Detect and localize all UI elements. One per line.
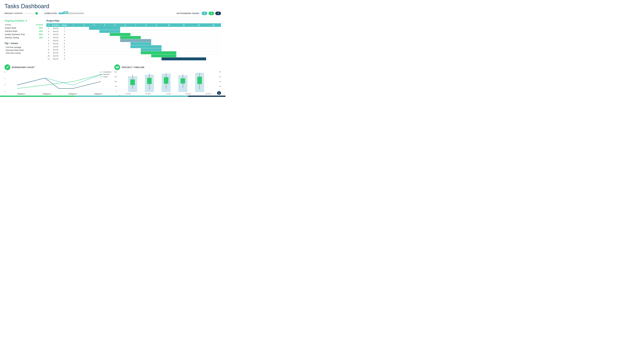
- x-label: Category 1: [17, 93, 26, 95]
- issues-title: Top 3 Issues: [4, 42, 43, 44]
- actual-legend-label: Actual: [104, 76, 108, 78]
- gantt-col-status: Status: [60, 23, 68, 27]
- issue-badge-6: 6: [208, 11, 214, 15]
- gantt-col-4: 4: [99, 23, 110, 27]
- outstanding-label: OUTSTANDING ISSUES: [177, 12, 199, 14]
- bottom-section: BURNDOWN CHART 6 4 2 0: [4, 64, 221, 97]
- activity-name: System Build: [5, 26, 33, 29]
- burndown-chart-area: 6 4 2 0: [4, 71, 111, 93]
- burndown-legend: Completed Planned Actual: [100, 71, 111, 78]
- svg-rect-11: [118, 66, 118, 68]
- table-row: System Build 23%: [5, 26, 43, 29]
- left-panel: Ongoing Activities: 5 Activity % done Sy…: [4, 19, 43, 63]
- svg-rect-29: [164, 77, 168, 84]
- actual-legend-line: [100, 77, 103, 77]
- gantt-col-10: 10: [162, 23, 176, 27]
- ongoing-count: 5: [26, 19, 27, 22]
- gantt-col-activities: Activities: [51, 23, 60, 27]
- timeline-header: PROJECT TIMELINE: [114, 64, 221, 70]
- svg-rect-27: [130, 79, 135, 85]
- timeline-y-left: 200 150 100 50 0: [114, 71, 118, 92]
- gantt-col-2: 2: [78, 23, 89, 27]
- gantt-col-5: 5: [110, 23, 120, 27]
- x-label: 7/1/2002: [166, 93, 171, 95]
- x-label: 5/1/2002: [126, 93, 131, 95]
- completed-section: COMPLETED 23%: [44, 12, 84, 14]
- gantt-col-3: 3: [89, 23, 99, 27]
- right-panel: Project Plan # Activities Status 1 2 3 4…: [46, 19, 221, 63]
- project-status-section: PROJECT STATUS: [4, 12, 38, 15]
- footer-green: [0, 96, 75, 97]
- completed-label: COMPLETED: [44, 12, 57, 14]
- gantt-col-13: 13: [206, 23, 221, 27]
- gantt-col-1: 1: [68, 23, 78, 27]
- outstanding-section: OUTSTANDING ISSUES 3 6 4: [177, 11, 221, 15]
- timeline-chart-area: 200 150 100 50 0: [114, 71, 221, 93]
- y-axis-labels: 6 4 2 0: [4, 71, 6, 92]
- list-item: Find test manager: [4, 46, 43, 49]
- col-pct: % done: [33, 24, 43, 26]
- planned-legend-label: Planned: [104, 73, 109, 75]
- table-row: Interface Build 32%: [5, 30, 43, 33]
- gantt-row: 4Act-234: [46, 36, 221, 39]
- x-label: 8/1/2002: [186, 93, 191, 95]
- footer-teal: [75, 96, 188, 97]
- x-label: Category 2: [43, 93, 51, 95]
- completed-legend-label: Completed: [104, 71, 111, 73]
- timeline-y-right: 80 60 40 20 0: [219, 71, 221, 92]
- issue-badge-4: 4: [215, 11, 221, 15]
- x-label: 6/1/2002: [146, 93, 151, 95]
- table-row: Quality Standards Prep 64%: [5, 33, 43, 36]
- dashboard-page: Tasks Dashboard PROJECT STATUS COMPLETED…: [0, 0, 226, 97]
- gantt-row: 10Act-349: [46, 54, 221, 57]
- svg-line-4: [8, 66, 8, 67]
- gantt-col-6: 6: [120, 23, 130, 27]
- burndown-x-labels: Category 1 Category 2 Category 3 Categor…: [8, 93, 111, 95]
- gantt-row: 6Act-255: [46, 42, 221, 45]
- timeline-svg-container: [118, 71, 218, 93]
- ongoing-title: Ongoing Activities: 5: [4, 19, 43, 22]
- burndown-title: BURNDOWN CHART: [12, 66, 35, 68]
- issue-badge-3: 3: [202, 11, 207, 15]
- progress-container: 23%: [58, 12, 84, 14]
- footer-dark: [188, 96, 226, 97]
- status-line: [24, 13, 34, 13]
- gantt-row: 7Act-255: [46, 45, 221, 48]
- svg-rect-30: [181, 78, 185, 83]
- gantt-col-11: 11: [176, 23, 191, 27]
- gantt-row: 11Act-349: [46, 57, 221, 60]
- gantt-table: # Activities Status 1 2 3 4 5 6 7 8 9 10…: [46, 23, 221, 60]
- activity-name: Quality Standards Prep: [5, 33, 33, 36]
- progress-track: 23%: [58, 12, 84, 14]
- timeline-x-labels: 5/1/2002 6/1/2002 7/1/2002 8/1/2002 9/1/…: [118, 93, 218, 95]
- timeline-icon: [114, 64, 120, 70]
- burndown-header: BURNDOWN CHART: [4, 64, 111, 70]
- svg-rect-10: [117, 67, 118, 68]
- gantt-row: 2Act-151: [46, 30, 221, 33]
- activity-pct: 32%: [33, 30, 43, 33]
- project-plan-title: Project Plan: [46, 19, 221, 22]
- burndown-svg-container: Completed Planned Actual: [6, 71, 111, 93]
- timeline-section: PROJECT TIMELINE 200 150 100 50 0: [114, 64, 221, 97]
- activity-pct: 64%: [33, 33, 43, 36]
- page-title: Tasks Dashboard: [4, 3, 221, 10]
- gantt-col-9: 9: [151, 23, 162, 27]
- gantt-row: 1Act-151: [46, 27, 221, 30]
- timeline-title: PROJECT TIMELINE: [122, 66, 144, 68]
- completed-legend-line: [100, 72, 103, 72]
- status-dot-green: [35, 12, 38, 15]
- list-item: Find more money: [4, 52, 43, 54]
- gantt-row: 9Act-259: [46, 51, 221, 54]
- gantt-col-7: 7: [130, 23, 141, 27]
- issues-count: 3: [9, 42, 10, 44]
- activity-name: Interface Testing: [5, 36, 33, 39]
- gantt-row: 8Act-255: [46, 48, 221, 51]
- issues-list: Find test manager Descope Risky Items Fi…: [4, 46, 43, 54]
- x-label: Category 4: [94, 93, 102, 95]
- gantt-col-num: #: [46, 23, 51, 27]
- progress-bubble: 23%: [63, 11, 68, 14]
- gantt-row: 5Act-234: [46, 39, 221, 42]
- planned-legend-line: [100, 74, 103, 75]
- gantt-col-8: 8: [141, 23, 151, 27]
- burndown-icon: [4, 64, 10, 70]
